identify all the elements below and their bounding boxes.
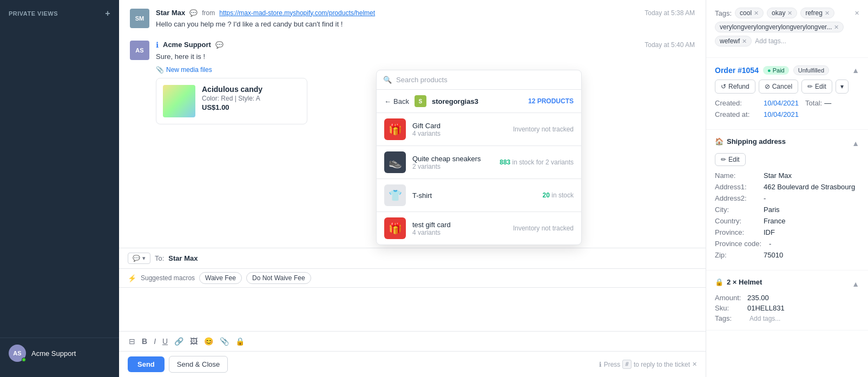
tags-row-2: verylongverylongverylongverylongver... ✕… xyxy=(715,22,859,47)
refresh-icon: ↺ xyxy=(721,83,726,90)
list-item[interactable]: 👟 Quite cheap sneakers 2 variants 883 in… xyxy=(377,146,581,178)
cancel-button[interactable]: ⊘ Cancel xyxy=(759,80,798,94)
image-icon[interactable]: 🖼 xyxy=(189,336,199,347)
refund-button[interactable]: ↺ Refund xyxy=(715,80,755,94)
product-tags-row: Tags: Add tags... xyxy=(715,314,859,322)
unfulfilled-badge: Unfulfilled xyxy=(793,65,829,75)
province-code-row: Province code: - xyxy=(715,240,859,248)
tag-badge: refreg ✕ xyxy=(800,8,834,18)
italic-icon[interactable]: I xyxy=(153,336,157,347)
product-meta: Color: Red | Style: A xyxy=(202,95,300,102)
shipping-section: 🏠 Shipping address ▲ ✏ Edit Name: Star M… xyxy=(706,130,868,270)
send-button[interactable]: Send xyxy=(128,356,165,372)
sidebar: PRIVATE VIEWS + AS Acme Support xyxy=(0,0,119,377)
order-actions: ↺ Refund ⊘ Cancel ✏ Edit ▾ xyxy=(715,80,859,94)
address1-value: 462 Boulevard de Strasbourg xyxy=(764,183,855,191)
shipping-section-header: 🏠 Shipping address ▲ xyxy=(715,137,859,149)
order-number[interactable]: Order #1054 xyxy=(715,66,759,75)
product-card: Acidulous candy Color: Red | Style: A US… xyxy=(156,78,307,124)
underline-icon[interactable]: U xyxy=(161,336,169,347)
name-value: Star Max xyxy=(764,171,792,180)
main-panel: SM Star Max 💬 from https://max-mad-store… xyxy=(119,0,706,377)
lock-icon: 🔒 xyxy=(715,278,724,286)
province-label: Province: xyxy=(715,228,764,236)
message-text: Sure, here it is ! xyxy=(156,51,695,62)
tag-remove-long[interactable]: ✕ xyxy=(834,24,839,31)
search-products-input[interactable] xyxy=(396,76,575,84)
store-name: storegorgias3 xyxy=(432,97,478,105)
list-item[interactable]: 🎁 test gift card 4 variants Inventory no… xyxy=(377,212,581,244)
message-header: Star Max 💬 from https://max-mad-store.my… xyxy=(156,9,695,17)
more-actions-button[interactable]: ▾ xyxy=(836,80,849,94)
emoji-icon[interactable]: 😊 xyxy=(203,336,214,347)
avatar: AS xyxy=(130,41,149,60)
shipping-edit-button[interactable]: ✏ Edit xyxy=(715,153,746,166)
amount-value: 235.00 xyxy=(747,294,769,302)
edit-button[interactable]: ✏ Edit xyxy=(801,80,832,94)
tags-label: Tags: xyxy=(715,9,732,17)
compose-type-button[interactable]: 💬 ▾ xyxy=(128,253,150,264)
compose-text-area[interactable] xyxy=(119,288,706,331)
tag-remove-all-right[interactable]: ✕ xyxy=(854,10,859,17)
product-stock-text: in stock xyxy=(551,191,574,199)
attachment-icon[interactable]: 📎 xyxy=(219,336,230,347)
message-link[interactable]: https://max-mad-store.myshopify.com/prod… xyxy=(219,9,375,17)
address1-label: Address1: xyxy=(715,183,764,191)
order-row: Order #1054 ● Paid Unfulfilled xyxy=(715,65,829,75)
product-thumbnail: 👟 xyxy=(384,151,406,173)
message-time: Today at 5:38 AM xyxy=(645,9,695,17)
send-close-button[interactable]: Send & Close xyxy=(169,356,228,373)
chevron-down-icon: ▾ xyxy=(142,255,146,262)
search-input-wrap: 🔍 xyxy=(377,70,581,90)
product-info: Acidulous candy Color: Red | Style: A US… xyxy=(202,85,300,117)
created-row: Created: 10/04/2021 Total: — xyxy=(715,99,859,107)
country-value: France xyxy=(764,217,785,225)
province-value: IDF xyxy=(764,228,775,236)
product-add-tags-button[interactable]: Add tags... xyxy=(749,315,780,322)
name-row: Name: Star Max xyxy=(715,171,859,180)
tag-remove-okay[interactable]: ✕ xyxy=(787,10,792,17)
chat-icon: 💬 xyxy=(189,9,198,17)
product-variants: 2 variants xyxy=(412,163,493,170)
message-sender: Star Max xyxy=(156,9,185,17)
list-item[interactable]: 👕 T-shirt 20 in stock xyxy=(377,179,581,211)
message-content: Star Max 💬 from https://max-mad-store.my… xyxy=(156,9,695,30)
cancel-icon: ⊘ xyxy=(765,83,770,90)
tag-remove-wefewf[interactable]: ✕ xyxy=(742,38,747,45)
lock-icon[interactable]: 🔒 xyxy=(234,336,246,347)
created-date: 10/04/2021 xyxy=(764,99,799,107)
add-tags-button[interactable]: Add tags... xyxy=(755,37,786,45)
message-text: Hello can you help me ? I'd like a red c… xyxy=(156,19,695,30)
macro-waive-fee-button[interactable]: Waive Fee xyxy=(199,272,242,284)
product-details: test gift card 4 variants xyxy=(412,221,507,236)
product-details: Quite cheap sneakers 2 variants xyxy=(412,155,493,170)
back-button[interactable]: ← Back xyxy=(384,97,409,105)
shipping-collapse-button[interactable]: ▲ xyxy=(852,139,859,148)
message-from-label: from xyxy=(202,9,215,17)
product-thumbnail: 🎁 xyxy=(384,217,406,239)
product-section-header: 🔒 2 × Helmet ▲ xyxy=(715,278,859,289)
city-label: City: xyxy=(715,206,764,214)
bold-icon[interactable]: B xyxy=(141,336,148,347)
tag-remove-cool[interactable]: ✕ xyxy=(754,10,759,17)
edit-icon: ✏ xyxy=(721,156,726,163)
link-icon[interactable]: 🔗 xyxy=(173,336,185,347)
tag-remove-refreg[interactable]: ✕ xyxy=(825,10,830,17)
city-value: Paris xyxy=(764,206,780,214)
product-variants: 4 variants xyxy=(412,229,507,236)
product-collapse-button[interactable]: ▲ xyxy=(852,280,859,288)
text-format-icon[interactable]: ⊟ xyxy=(128,336,136,347)
created-at-row: Created at: 10/04/2021 xyxy=(715,110,859,118)
order-collapse-button[interactable]: ▲ xyxy=(852,66,859,75)
product-thumbnail: 🎁 xyxy=(384,118,406,140)
list-item[interactable]: 🎁 Gift Card 4 variants Inventory not tra… xyxy=(377,113,581,145)
tag-badge: okay ✕ xyxy=(767,8,797,18)
macro-do-not-waive-fee-button[interactable]: Do Not Waive Fee xyxy=(246,272,311,284)
close-hint-button[interactable]: ✕ xyxy=(692,361,697,368)
tag-badge-long: verylongverylongverylongverylongver... ✕ xyxy=(715,22,844,32)
product-name: Acidulous candy xyxy=(202,85,300,94)
product-stock-text: in stock for 2 variants xyxy=(512,158,574,166)
compose-toolbar: ⊟ B I U 🔗 🖼 😊 📎 🔒 xyxy=(119,331,706,351)
sidebar-add-view-button[interactable]: + xyxy=(105,9,110,18)
sidebar-footer: AS Acme Support xyxy=(0,338,119,368)
